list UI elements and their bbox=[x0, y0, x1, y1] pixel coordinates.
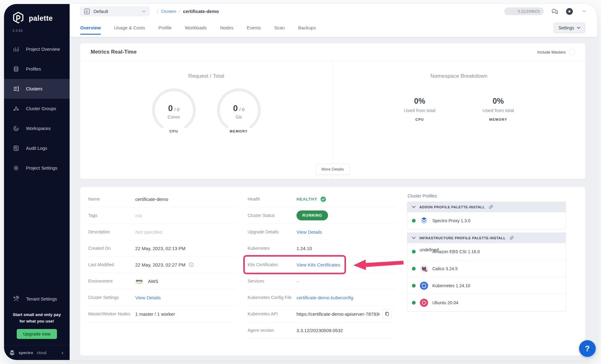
detail-row-created-on: Created On22 May, 2023, 02:13 PM bbox=[88, 240, 236, 257]
metrics-card: Metrics Real-Time Include Masters Reques… bbox=[80, 43, 585, 179]
palette-logo: palette bbox=[4, 4, 70, 25]
settings-button[interactable]: Settings bbox=[554, 23, 585, 33]
status-dot bbox=[412, 301, 416, 305]
gauge-cpu: 0/ 0CoresCPU bbox=[150, 87, 197, 133]
spectro-cloud-logo bbox=[8, 349, 16, 357]
profile-pack-kubernetes-1-24-10[interactable]: Kubernetes 1.24.10 bbox=[407, 277, 566, 294]
detail-label: Cluster Settings bbox=[88, 295, 135, 300]
services-value: – bbox=[296, 279, 299, 284]
tags-value: n/a bbox=[135, 213, 142, 218]
more-details-button[interactable]: More Details bbox=[316, 164, 350, 175]
detail-row-health: HealthHEALTHY bbox=[248, 191, 396, 207]
profile-section-header[interactable]: ADDON PROFILE PALETTE-INSTALL bbox=[407, 202, 566, 212]
profile-pack-spectro-proxy-1-3-0[interactable]: Spectro Proxy 1.3.0 bbox=[407, 212, 566, 229]
status-dot bbox=[412, 284, 416, 288]
detail-row-name: Namecertificate-demo bbox=[88, 191, 236, 207]
profile-pack-calico-3-24-5[interactable]: Calico 3.24.5 bbox=[407, 260, 566, 277]
detail-row-cluster-status: Cluster StatusRUNNING bbox=[248, 207, 396, 224]
namespace-stat-cpu: 0%Used from totalCPU bbox=[404, 97, 435, 121]
metrics-title: Metrics Real-Time bbox=[91, 49, 137, 55]
info-icon[interactable] bbox=[189, 262, 194, 267]
svg-text:aws: aws bbox=[136, 278, 143, 282]
sidebar-item-tenant-settings[interactable]: Tenant Settings bbox=[4, 291, 70, 307]
collapse-sidebar-icon[interactable]: ‹ bbox=[62, 350, 63, 356]
cluster-settings-link[interactable]: View Details bbox=[135, 295, 161, 300]
detail-label: Services bbox=[248, 279, 296, 284]
gauge-memory: 0/ 0GbMEMORY bbox=[215, 87, 262, 133]
link-icon[interactable] bbox=[509, 236, 514, 240]
spectro-proxy-logo-icon bbox=[420, 216, 428, 225]
detail-row-master-worker-nodes: Master/Worker Nodes1 master / 1 worker bbox=[88, 306, 236, 322]
detail-label: Agent version bbox=[248, 328, 296, 333]
link-icon[interactable] bbox=[489, 205, 493, 209]
cluster-profiles-panel: Cluster Profiles ADDON PROFILE PALETTE-I… bbox=[407, 191, 577, 349]
profile-section-header[interactable]: INFRASTRUCTURE PROFILE PALETTE-INSTALL bbox=[407, 233, 566, 243]
environment-value: awsAWS bbox=[135, 278, 158, 284]
sidebar-item-clusters[interactable]: Clusters bbox=[4, 79, 70, 99]
namespace-title: Namespace Breakdown bbox=[333, 73, 585, 79]
tab-nodes[interactable]: Nodes bbox=[220, 19, 233, 37]
sidebar-item-project-settings[interactable]: Project Settings bbox=[4, 158, 70, 178]
top-bar: Default / Clusters / certificate-demo 0.… bbox=[70, 4, 597, 19]
sidebar-item-project-overview[interactable]: Project Overview bbox=[4, 39, 70, 59]
sidebar-item-cluster-groups[interactable]: Cluster Groups bbox=[4, 99, 70, 119]
detail-label: Master/Worker Nodes bbox=[88, 311, 135, 316]
kubernetes-config-file-link[interactable]: certificate-demo.kubeconfig bbox=[296, 295, 353, 300]
brand-name: spectro bbox=[19, 350, 33, 355]
detail-row-description: DescriptionNot specified. bbox=[88, 224, 236, 240]
sidebar-item-workspaces[interactable]: Workspaces bbox=[4, 119, 70, 138]
whats-new-icon[interactable] bbox=[566, 8, 573, 15]
include-masters-checkbox[interactable] bbox=[569, 49, 575, 55]
annotation-arrow bbox=[352, 257, 405, 272]
sidebar-item-audit-logs[interactable]: Audit Logs bbox=[4, 138, 70, 158]
sidebar-item-profiles[interactable]: Profiles bbox=[4, 59, 70, 79]
tab-profile[interactable]: Profile bbox=[158, 19, 172, 37]
detail-row-agent-version: Agent version3.3.12/20230509.0532 bbox=[248, 322, 396, 339]
chevron-down-icon bbox=[582, 10, 586, 12]
copy-icon[interactable] bbox=[382, 309, 392, 319]
last-modified-value: 22 May, 2023, 02:27 PM bbox=[135, 262, 194, 267]
profile-pack-ubuntu-20-04[interactable]: Ubuntu 20.04 bbox=[407, 294, 566, 311]
breadcrumb-clusters-link[interactable]: Clusters bbox=[161, 9, 176, 14]
tab-workloads[interactable]: Workloads bbox=[185, 19, 207, 37]
upgrade-details-link[interactable]: View Details bbox=[296, 229, 322, 235]
namespace-stat-memory: 0%Used from totalMEMORY bbox=[482, 97, 514, 121]
detail-label: K8s Certificates bbox=[248, 262, 296, 267]
kubernetes-value: 1.24.10 bbox=[296, 246, 312, 251]
agent-version-value: 3.3.12/20230509.0532 bbox=[296, 328, 343, 333]
tab-backups[interactable]: Backups bbox=[298, 19, 316, 37]
k8s-certificates-link[interactable]: View K8s Certificates bbox=[296, 262, 340, 267]
profile-pack-amazon-ebs-csi-1-16-0[interactable]: undefinedAmazon EBS CSI 1.16.0 bbox=[407, 243, 566, 260]
pack-name: Calico 3.24.5 bbox=[432, 266, 458, 271]
namespace-breakdown-panel: Namespace Breakdown 0%Used from totalCPU… bbox=[333, 61, 585, 179]
sidebar-item-label: Cluster Groups bbox=[26, 106, 56, 111]
detail-label: Upgrade Details bbox=[248, 229, 296, 234]
detail-label: Health bbox=[248, 197, 296, 202]
name-value: certificate-demo bbox=[135, 197, 168, 202]
upgrade-now-button[interactable]: Upgrade now bbox=[17, 329, 57, 339]
tab-events[interactable]: Events bbox=[247, 19, 261, 37]
request-total-title: Request / Total bbox=[80, 73, 332, 79]
sidebar-item-label: Profiles bbox=[26, 67, 41, 72]
detail-label: Kubernetes bbox=[248, 246, 296, 251]
status-dot bbox=[412, 250, 416, 254]
project-selector[interactable]: Default bbox=[80, 6, 150, 16]
chat-icon[interactable] bbox=[551, 8, 558, 15]
workspaces-icon bbox=[13, 125, 19, 132]
tab-usage-costs[interactable]: Usage & Costs bbox=[114, 19, 145, 37]
sidebar-item-label: Clusters bbox=[26, 86, 42, 91]
detail-label: Kubernetes API bbox=[248, 311, 296, 316]
tab-scan[interactable]: Scan bbox=[274, 19, 285, 37]
include-masters-toggle[interactable]: Include Masters bbox=[537, 49, 575, 55]
sidebar-item-label: Tenant Settings bbox=[26, 297, 57, 301]
help-button[interactable]: ? bbox=[579, 340, 596, 357]
tab-overview[interactable]: Overview bbox=[80, 19, 101, 37]
detail-row-tags: Tagsn/a bbox=[88, 207, 236, 224]
description-value: Not specified. bbox=[135, 229, 163, 235]
user-menu[interactable] bbox=[581, 10, 586, 12]
detail-row-kubernetes-config-file: Kubernetes Config Filecertificate-demo.k… bbox=[248, 289, 396, 306]
project-settings-icon bbox=[13, 165, 19, 171]
app-version: 3.3.55 bbox=[4, 29, 70, 32]
project-overview-icon bbox=[13, 46, 19, 52]
sidebar: palette 3.3.55 Project OverviewProfilesC… bbox=[4, 4, 70, 360]
